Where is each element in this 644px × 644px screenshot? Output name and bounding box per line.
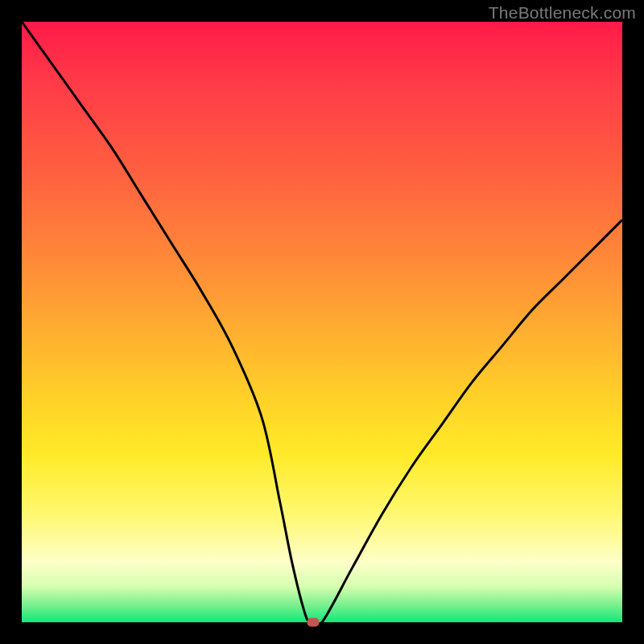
chart-frame: TheBottleneck.com <box>0 0 644 644</box>
watermark-text: TheBottleneck.com <box>489 3 636 23</box>
curve-svg <box>22 22 622 622</box>
bottleneck-curve <box>22 22 622 622</box>
bottleneck-marker <box>307 618 319 627</box>
plot-area <box>22 22 622 622</box>
